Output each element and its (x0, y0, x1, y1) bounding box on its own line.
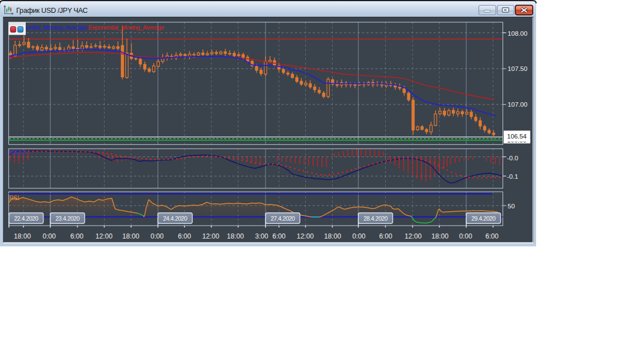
svg-text:108.00: 108.00 (508, 30, 527, 37)
svg-text:18:00: 18:00 (432, 232, 449, 240)
svg-text:50: 50 (508, 202, 515, 209)
svg-text:18:00: 18:00 (324, 232, 342, 240)
svg-text:12:00: 12:00 (405, 232, 422, 240)
svg-text:Exponential_Moving_Average: Exponential_Moving_Average (88, 24, 164, 31)
svg-text:-0.1: -0.1 (507, 173, 518, 180)
svg-text:6:00: 6:00 (379, 232, 392, 240)
svg-text:107.00: 107.00 (508, 101, 527, 108)
svg-text:106.54: 106.54 (507, 133, 527, 140)
svg-text:6:00: 6:00 (272, 232, 286, 240)
svg-text:29.4.2020: 29.4.2020 (471, 215, 496, 222)
svg-text:18:00: 18:00 (227, 232, 244, 240)
svg-text:22.4.2020: 22.4.2020 (14, 215, 39, 222)
svg-text:6:00: 6:00 (178, 232, 191, 240)
svg-text:12:00: 12:00 (202, 232, 220, 240)
svg-text:6:00: 6:00 (485, 232, 499, 240)
svg-text:18:00: 18:00 (122, 232, 140, 240)
svg-text:12:00: 12:00 (297, 232, 314, 240)
svg-text:27.4.2020: 27.4.2020 (271, 215, 295, 222)
svg-text:28.4.2020: 28.4.2020 (363, 215, 388, 222)
svg-text:0:00: 0:00 (150, 232, 164, 240)
svg-text:3:00: 3:00 (255, 232, 268, 240)
svg-text:График USD /JPY ЧАС: График USD /JPY ЧАС (16, 6, 88, 15)
svg-text:6:00: 6:00 (70, 232, 84, 240)
svg-text:0:00: 0:00 (42, 232, 56, 240)
svg-text:0:00: 0:00 (352, 232, 366, 240)
svg-text:MACD: MACD (10, 149, 27, 156)
svg-text:12:00: 12:00 (96, 232, 113, 240)
svg-text:24.4.2020: 24.4.2020 (163, 215, 188, 222)
svg-text:-0.0: -0.0 (507, 154, 518, 161)
svg-text:18:00: 18:00 (14, 232, 31, 240)
svg-text:RSI: RSI (10, 194, 20, 201)
svg-text:107.50: 107.50 (508, 65, 527, 72)
svg-text:0:00: 0:00 (459, 232, 472, 240)
svg-text:23.4.2020: 23.4.2020 (55, 215, 80, 222)
